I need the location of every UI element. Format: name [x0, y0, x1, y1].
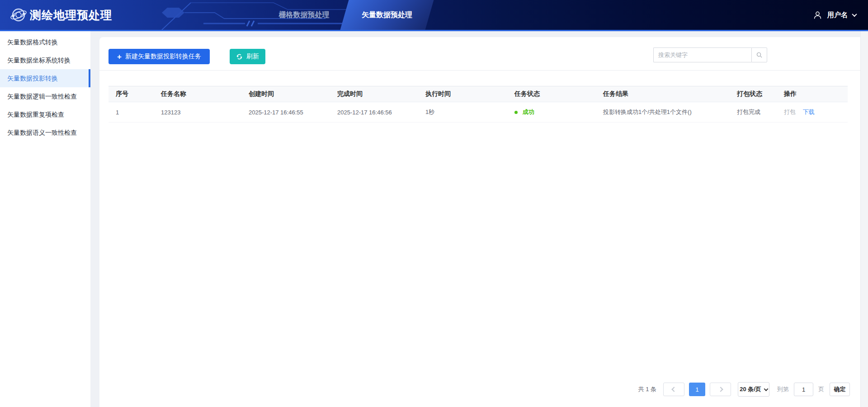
chevron-right-icon: [718, 387, 723, 392]
tab-label: 栅格数据预处理: [279, 11, 330, 19]
sidebar-item-duplicate-check[interactable]: 矢量数据重复项检查: [0, 105, 90, 123]
user-menu[interactable]: 用户名: [813, 0, 856, 30]
cell-created-time: 2025-12-17 16:46:55: [241, 102, 330, 123]
sidebar-item-semantic-consistency-check[interactable]: 矢量数据语义一致性检查: [0, 123, 90, 142]
new-task-button-label: 新建矢量数据投影转换任务: [125, 52, 201, 61]
cell-result: 投影转换成功1个/共处理1个文件(): [596, 102, 730, 123]
plus-icon: +: [117, 53, 122, 61]
refresh-icon: [236, 53, 243, 60]
pagination: 共 1 条 1 20 条/页 到第 页 确定: [638, 382, 850, 397]
cell-task-name: 123123: [154, 102, 241, 123]
page-size-label: 20 条/页: [740, 385, 761, 393]
col-package-status: 打包状态: [730, 86, 777, 102]
download-link[interactable]: 下载: [803, 109, 815, 115]
cell-status: 成功: [507, 102, 596, 123]
page-number-button[interactable]: 1: [689, 383, 705, 396]
status-dot-icon: [514, 111, 518, 114]
status-text: 成功: [523, 109, 534, 115]
col-status: 任务状态: [507, 86, 596, 102]
col-duration: 执行时间: [418, 86, 507, 102]
task-table: 序号 任务名称 创建时间 完成时间 执行时间 任务状态 任务结果 打包状态 操作…: [108, 86, 848, 123]
table-row: 1 123123 2025-12-17 16:46:55 2025-12-17 …: [108, 102, 848, 123]
vertical-scrollbar[interactable]: [860, 31, 868, 407]
page-size-select[interactable]: 20 条/页: [738, 382, 769, 397]
content-card: + 新建矢量数据投影转换任务 刷新: [99, 37, 860, 407]
package-action: 打包: [784, 109, 796, 115]
next-page-button[interactable]: [710, 383, 731, 396]
search-button[interactable]: [751, 47, 767, 62]
search-group: [653, 47, 767, 62]
main-area: + 新建矢量数据投影转换任务 刷新: [90, 31, 860, 407]
col-result: 任务结果: [596, 86, 730, 102]
cell-seq: 1: [108, 102, 154, 123]
tab-raster-preprocessing[interactable]: 栅格数据预处理: [264, 0, 344, 30]
table-header-row: 序号 任务名称 创建时间 完成时间 执行时间 任务状态 任务结果 打包状态 操作: [108, 86, 848, 102]
search-icon: [756, 52, 763, 58]
goto-page-input[interactable]: [794, 383, 813, 396]
prev-page-button[interactable]: [663, 383, 684, 396]
cell-operations: 打包 下载: [777, 102, 848, 123]
col-finished-time: 完成时间: [330, 86, 418, 102]
tab-vector-preprocessing[interactable]: 矢量数据预处理: [344, 0, 430, 30]
app-title: 测绘地理预处理: [30, 8, 112, 23]
sidebar-item-logical-consistency-check[interactable]: 矢量数据逻辑一致性检查: [0, 87, 90, 105]
user-icon: [813, 10, 822, 20]
pagination-total: 共 1 条: [638, 385, 656, 393]
tab-label: 矢量数据预处理: [362, 11, 412, 19]
sidebar: 矢量数据格式转换 矢量数据坐标系统转换 矢量数据投影转换 矢量数据逻辑一致性检查…: [0, 31, 90, 407]
user-name: 用户名: [827, 11, 848, 19]
top-tabs: 栅格数据预处理 矢量数据预处理: [264, 0, 430, 30]
cell-package-status: 打包完成: [730, 102, 777, 123]
cell-duration: 1秒: [418, 102, 507, 123]
goto-confirm-button[interactable]: 确定: [830, 383, 850, 396]
app-logo-icon: [10, 6, 27, 24]
sidebar-item-projection-conversion[interactable]: 矢量数据投影转换: [0, 69, 90, 87]
cell-finished-time: 2025-12-17 16:46:56: [330, 102, 418, 123]
goto-suffix-label: 页: [818, 385, 824, 393]
new-task-button[interactable]: + 新建矢量数据投影转换任务: [108, 49, 210, 64]
chevron-left-icon: [671, 387, 676, 392]
goto-prefix-label: 到第: [777, 385, 789, 393]
sidebar-item-coordinate-system-conversion[interactable]: 矢量数据坐标系统转换: [0, 51, 90, 69]
chevron-down-icon: [764, 387, 768, 391]
app-header: 测绘地理预处理 栅格数据预处理 矢量数据预处理 用户名: [0, 0, 868, 31]
refresh-button[interactable]: 刷新: [230, 49, 265, 64]
chevron-down-icon: [852, 12, 857, 17]
col-seq: 序号: [108, 86, 154, 102]
sidebar-item-format-conversion[interactable]: 矢量数据格式转换: [0, 33, 90, 51]
refresh-button-label: 刷新: [246, 52, 259, 61]
col-created-time: 创建时间: [241, 86, 330, 102]
search-input[interactable]: [653, 47, 751, 62]
col-task-name: 任务名称: [154, 86, 241, 102]
toolbar-divider: [99, 70, 860, 71]
col-operations: 操作: [777, 86, 848, 102]
